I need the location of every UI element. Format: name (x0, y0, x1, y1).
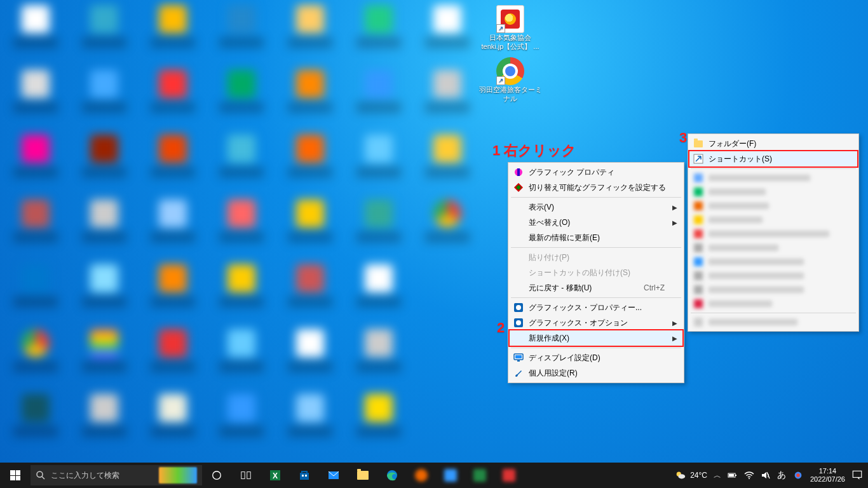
svg-rect-9 (515, 355, 522, 358)
svg-point-33 (796, 473, 799, 477)
svg-text:X: X (273, 471, 278, 480)
menu-separator (511, 197, 681, 198)
intel-blue-icon (513, 302, 524, 313)
desktop-icon-haneda[interactable]: ↗ 羽田空港旅客ターミ ナル (475, 57, 545, 103)
action-center-icon[interactable] (851, 470, 863, 481)
menu-separator (511, 247, 681, 248)
battery-icon[interactable] (728, 470, 738, 480)
search-placeholder: ここに入力して検索 (51, 470, 119, 481)
start-button[interactable] (0, 463, 31, 488)
taskbar[interactable]: ここに入力して検索 X 24°C ︿ あ 17:14 2022/07/26 (0, 463, 868, 488)
submenu-blurred-item[interactable] (689, 255, 857, 269)
menu-paste: 貼り付け(P) (510, 250, 682, 265)
windows-logo-icon (10, 470, 20, 480)
context-submenu-new[interactable]: フォルダー(F) ショートカット(S) (688, 133, 859, 332)
svg-rect-16 (247, 472, 250, 479)
task-view-button[interactable] (231, 463, 261, 488)
svg-point-14 (213, 471, 221, 480)
pinned-app-button[interactable] (407, 463, 436, 488)
taskbar-clock[interactable]: 17:14 2022/07/26 (810, 467, 845, 484)
system-tray: 24°C ︿ あ 17:14 2022/07/26 (670, 467, 868, 484)
pinned-app-button[interactable] (494, 463, 524, 488)
submenu-blurred-item[interactable] (689, 315, 857, 329)
shortcut-icon (693, 154, 703, 164)
svg-rect-34 (853, 471, 862, 477)
explorer-button[interactable] (348, 463, 377, 488)
assistant-tray-icon[interactable] (792, 470, 804, 481)
desktop-icon-label: ナル (503, 94, 517, 103)
submenu-blurred-item[interactable] (689, 185, 857, 199)
submenu-shortcut[interactable]: ショートカット(S) (689, 151, 857, 166)
svg-rect-21 (305, 475, 307, 477)
desktop-icon-label: 羽田空港旅客ターミ (479, 85, 542, 94)
submenu-folder[interactable]: フォルダー(F) (689, 136, 857, 151)
menu-label: グラフィック プロパティ (529, 167, 614, 178)
menu-refresh[interactable]: 最新の情報に更新(E) (510, 230, 682, 245)
annotation-2: 2 (497, 320, 505, 336)
weather-widget[interactable]: 24°C (675, 470, 707, 481)
submenu-blurred-item[interactable] (689, 199, 857, 213)
desktop-icon-tenki[interactable]: ↗ 日本気象協会 tenki.jp【公式】 ... (475, 5, 545, 51)
volume-icon[interactable] (761, 470, 771, 480)
menu-graphics-options[interactable]: グラフィックス・オプション ▶ (510, 315, 682, 330)
menu-label: ディスプレイ設定(D) (529, 353, 600, 363)
menu-display-settings[interactable]: ディスプレイ設定(D) (510, 350, 682, 365)
tray-overflow-button[interactable]: ︿ (714, 470, 721, 481)
search-icon (36, 470, 46, 480)
menu-graphics-properties[interactable]: グラフィック プロパティ (510, 165, 682, 180)
excel-button[interactable]: X (261, 463, 290, 488)
submenu-blurred-item[interactable] (689, 297, 857, 311)
menu-label: ショートカット(S) (709, 154, 772, 165)
svg-rect-10 (517, 360, 520, 362)
wifi-icon[interactable] (744, 470, 754, 480)
menu-separator (691, 313, 856, 313)
menu-label: 表示(V) (529, 202, 554, 213)
menu-new[interactable]: 新規作成(X) ▶ (510, 330, 682, 346)
menu-separator (511, 348, 681, 348)
ime-indicator[interactable]: あ (777, 470, 786, 481)
chevron-right-icon: ▶ (672, 320, 677, 327)
svg-marker-35 (857, 477, 859, 479)
menu-graphics-properties2[interactable]: グラフィックス・プロパティー... (510, 300, 682, 315)
taskbar-search[interactable]: ここに入力して検索 (31, 465, 202, 485)
context-menu[interactable]: グラフィック プロパティ 切り替え可能なグラフィックを設定する 表示(V) ▶ … (508, 162, 684, 383)
svg-point-29 (749, 478, 750, 479)
cortana-circle-button[interactable] (202, 463, 231, 488)
mail-button[interactable] (319, 463, 348, 488)
pinned-app-button[interactable] (436, 463, 465, 488)
weather-icon (675, 470, 686, 481)
desktop-icon-label: tenki.jp【公式】 ... (481, 42, 539, 51)
menu-switchable-graphics[interactable]: 切り替え可能なグラフィックを設定する (510, 180, 682, 195)
submenu-blurred-item[interactable] (689, 283, 857, 297)
menu-separator (691, 168, 856, 169)
store-button[interactable] (290, 463, 319, 488)
menu-view[interactable]: 表示(V) ▶ (510, 200, 682, 215)
submenu-blurred-item[interactable] (689, 171, 857, 185)
pinned-app-button[interactable] (465, 463, 494, 488)
chevron-right-icon: ▶ (672, 219, 677, 226)
menu-personalize[interactable]: 個人用設定(R) (510, 365, 682, 381)
menu-paste-shortcut: ショートカットの貼り付け(S) (510, 265, 682, 280)
submenu-blurred-item[interactable] (689, 269, 857, 283)
svg-line-31 (767, 472, 770, 478)
svg-line-13 (42, 477, 44, 479)
taskbar-pinned-apps: X (202, 463, 524, 488)
svg-point-12 (37, 471, 43, 477)
submenu-blurred-item[interactable] (689, 227, 857, 241)
menu-sort[interactable]: 並べ替え(O) ▶ (510, 215, 682, 230)
clock-time: 17:14 (810, 467, 845, 475)
menu-label: 元に戻す - 移動(U) (529, 283, 592, 294)
annotation-3: 3 (679, 130, 687, 146)
svg-rect-1 (517, 168, 520, 176)
menu-undo[interactable]: 元に戻す - 移動(U) Ctrl+Z (510, 280, 682, 295)
svg-point-25 (679, 474, 686, 478)
svg-point-5 (516, 305, 521, 310)
monitor-icon (513, 353, 524, 363)
submenu-blurred-item[interactable] (689, 241, 857, 255)
shortcut-overlay-icon: ↗ (496, 24, 505, 33)
svg-rect-19 (300, 473, 309, 480)
chevron-right-icon: ▶ (672, 204, 677, 211)
submenu-blurred-item[interactable] (689, 213, 857, 227)
edge-button[interactable] (377, 463, 407, 488)
svg-rect-28 (729, 474, 734, 477)
